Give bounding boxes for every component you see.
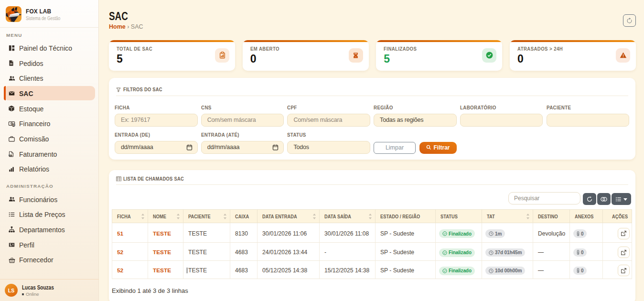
svg-text:CSV: CSV	[9, 154, 12, 156]
svg-text:$: $	[13, 124, 14, 127]
